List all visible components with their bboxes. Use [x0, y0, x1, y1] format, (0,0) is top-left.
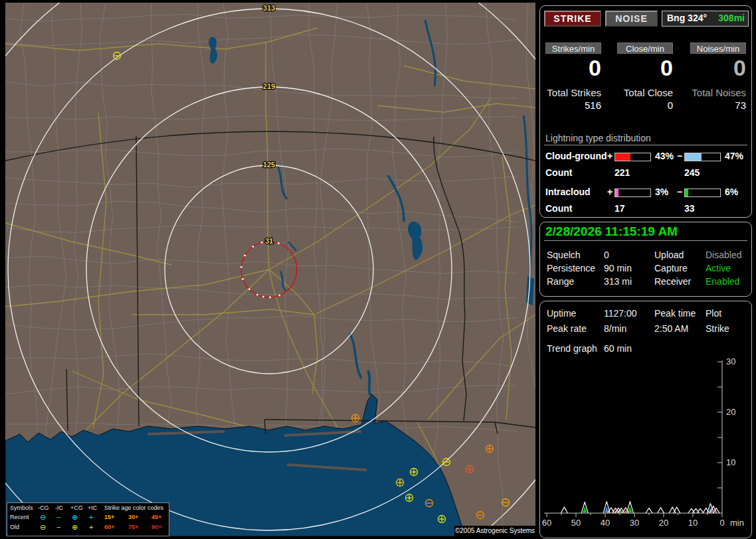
map-canvas[interactable]: 31321912531 Symbols -CG -IC +CG +IC Stri…: [5, 3, 535, 536]
strike-positive-icon: [438, 516, 446, 523]
cg-negative-bar-fill: [685, 153, 702, 161]
ring-distance-label: 313: [263, 4, 275, 12]
bearing-value: Bng 324°: [667, 11, 707, 25]
intracloud-label: Intracloud: [545, 187, 591, 197]
strikes-per-min-value: 0: [545, 56, 601, 79]
trend-graph-label: Trend graph: [547, 343, 597, 354]
range-value: 313 mi: [604, 276, 632, 287]
alarm-ring-dot: [262, 296, 264, 298]
alarm-ring-dot: [261, 242, 263, 244]
cloud-ground-label: Cloud-ground: [545, 151, 607, 161]
cg-positive-bar: [614, 153, 651, 161]
alarm-ring-dot: [244, 255, 246, 257]
ic-negative-count: 33: [684, 203, 695, 214]
plot-type-value: Strike: [706, 323, 729, 334]
status-panel: 2/28/2026 11:15:19 AM Squelch 0 Upload D…: [539, 222, 752, 297]
strike-positive-icon: [411, 469, 418, 476]
ic-count-label: Count: [545, 203, 572, 214]
legend-col-neg-ic: -IC: [55, 504, 63, 511]
trend-graph: 1020306050403020100min: [540, 354, 750, 536]
map-legend: Symbols -CG -IC +CG +IC Strike age color…: [7, 502, 169, 536]
strike-positive-icon: [466, 466, 474, 473]
upload-label: Upload: [654, 250, 684, 260]
age-75: 75+: [128, 524, 138, 530]
choctawhatchee-bay: [393, 457, 428, 469]
bearing-range-value: 308mi: [718, 11, 745, 25]
age-15: 15+: [104, 514, 114, 520]
strike-positive-icon: [406, 495, 413, 502]
minus-sign: −: [677, 151, 682, 161]
strike-positive-icon: [352, 415, 359, 422]
trend-x-unit: min: [730, 518, 744, 528]
cg-positive-count: 221: [614, 167, 630, 178]
ring-distance-label: 31: [265, 237, 273, 245]
trend-x-tick: 30: [630, 518, 639, 528]
squelch-label: Squelch: [547, 250, 581, 260]
alarm-ring-dot: [240, 266, 242, 268]
ic-negative-pct: 6%: [725, 187, 738, 197]
alarm-ring-dot: [269, 297, 271, 299]
alarm-ring-dot: [256, 294, 258, 296]
distribution-header: Lightning type distribution: [545, 133, 651, 143]
minus-sign: −: [677, 187, 682, 197]
cg-negative-pct: 47%: [725, 151, 743, 161]
total-strikes-label: Total Strikes: [545, 87, 601, 98]
pos-ic-recent-icon: +: [89, 514, 93, 520]
total-close-label: Total Close: [617, 87, 673, 98]
persistence-value: 90 min: [604, 263, 632, 273]
trend-panel: Uptime 1127:00 Peak time Plot Peak rate …: [539, 301, 752, 538]
plus-sign: +: [607, 151, 613, 161]
total-close-value: 0: [617, 100, 673, 111]
cg-negative-count: 245: [684, 167, 700, 178]
cg-negative-bar: [684, 153, 721, 161]
peak-time-label: Peak time: [654, 308, 696, 319]
trend-x-tick: 0: [719, 518, 724, 528]
neg-cg-old-icon: ⊖: [40, 524, 46, 530]
strike-positive-icon: [397, 479, 404, 487]
copyright-notice: ©2005 Astrogenic Systems: [454, 526, 535, 536]
trend-peak: [646, 508, 652, 513]
peak-rate-value: 8/min: [604, 323, 626, 334]
peak-rate-label: Peak rate: [547, 323, 587, 334]
capture-label: Capture: [654, 263, 688, 273]
trend-y-tick: 10: [726, 457, 735, 467]
cg-count-label: Count: [545, 167, 572, 178]
counts-panel: STRIKE NOISE Bng 324° 308mi Strikes/min …: [539, 5, 752, 218]
strike-toggle-button[interactable]: STRIKE: [544, 11, 601, 27]
alarm-ring-dot: [242, 278, 244, 280]
age-60: 60+: [104, 524, 114, 530]
capture-status: Active: [706, 263, 731, 273]
trend-peak: [658, 508, 664, 513]
range-label: Range: [547, 276, 574, 287]
legend-old-label: Old: [10, 524, 19, 530]
legend-age-header: Strike age color codes: [104, 504, 163, 511]
lake: [78, 433, 102, 443]
upload-status: Disabled: [706, 250, 741, 260]
total-noises-value: 73: [690, 100, 746, 111]
trend-x-tick: 10: [688, 518, 698, 528]
ring-distance-label: 219: [263, 82, 275, 90]
noises-per-min-chip: Noises/min: [690, 42, 746, 54]
age-30: 30+: [128, 514, 138, 520]
ic-positive-bar-fill: [615, 189, 618, 196]
trend-y-tick: 30: [726, 356, 735, 366]
trend-peak: [561, 507, 567, 513]
trend-y-tick: 20: [726, 407, 735, 417]
divider: [544, 240, 747, 241]
legend-recent-label: Recent: [10, 514, 29, 520]
cg-positive-bar-fill: [615, 153, 630, 161]
alarm-ring-dot: [278, 242, 280, 244]
lake: [284, 487, 295, 495]
noises-per-min-value: 0: [690, 56, 746, 79]
cg-positive-pct: 43%: [655, 151, 674, 161]
noise-toggle-button[interactable]: NOISE: [605, 11, 658, 27]
legend-symbols-header: Symbols: [10, 504, 33, 511]
trend-x-tick: 60: [542, 518, 551, 528]
total-noises-label: Total Noises: [690, 87, 746, 98]
plot-label: Plot: [706, 308, 721, 319]
legend-col-pos-cg: +CG: [70, 504, 83, 511]
app-window: 31321912531 Symbols -CG -IC +CG +IC Stri…: [0, 0, 756, 539]
divider: [544, 145, 747, 145]
pensacola-bay: [378, 435, 397, 447]
legend-col-neg-cg: -CG: [38, 504, 49, 511]
